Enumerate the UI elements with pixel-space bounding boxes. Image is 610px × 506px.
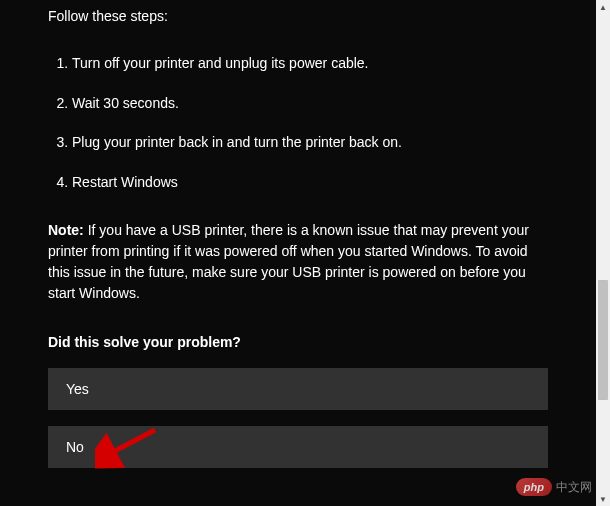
note-label: Note: [48, 222, 84, 238]
step-item: Wait 30 seconds. [72, 94, 548, 114]
watermark: php 中文网 [516, 478, 592, 496]
scroll-down-button[interactable]: ▼ [596, 492, 610, 506]
php-badge: php [516, 478, 552, 496]
step-item: Turn off your printer and unplug its pow… [72, 54, 548, 74]
question-text: Did this solve your problem? [48, 334, 548, 350]
scroll-up-button[interactable]: ▲ [596, 0, 610, 14]
troubleshooter-content: Follow these steps: Turn off your printe… [0, 0, 596, 468]
no-button[interactable]: No [48, 426, 548, 468]
step-item: Plug your printer back in and turn the p… [72, 133, 548, 153]
note-body: If you have a USB printer, there is a kn… [48, 222, 529, 301]
yes-button[interactable]: Yes [48, 368, 548, 410]
watermark-text: 中文网 [556, 479, 592, 496]
scrollbar-thumb[interactable] [598, 280, 608, 400]
note-text: Note: If you have a USB printer, there i… [48, 220, 548, 304]
steps-list: Turn off your printer and unplug its pow… [48, 54, 548, 192]
step-item: Restart Windows [72, 173, 548, 193]
intro-text: Follow these steps: [48, 0, 548, 24]
scrollbar-track[interactable]: ▲ ▼ [596, 0, 610, 506]
